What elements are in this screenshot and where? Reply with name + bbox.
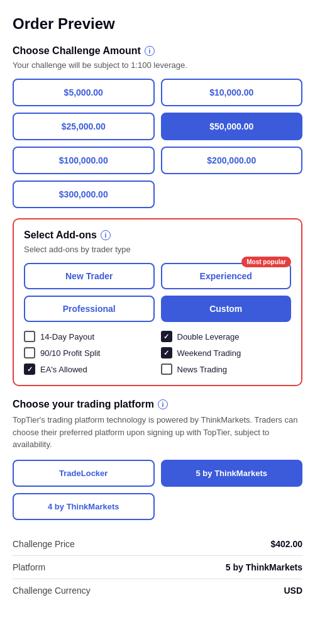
- checkbox-label-3: Weekend Trading: [177, 348, 241, 358]
- summary-label-2: Challenge Currency: [13, 586, 91, 596]
- amount-btn-5[interactable]: $200,000.00: [161, 147, 303, 174]
- checkbox-item-5: News Trading: [161, 364, 292, 375]
- platform-btn-2[interactable]: 4 by ThinkMarkets: [13, 493, 155, 520]
- checkbox-item-1: Double Leverage: [161, 331, 292, 342]
- challenge-amount-subtitle: Your challenge will be subject to 1:100 …: [13, 60, 302, 70]
- checkbox-item-0: 14-Day Payout: [24, 331, 155, 342]
- checkbox-4[interactable]: [24, 364, 35, 375]
- platform-section: Choose your trading platform i TopTier's…: [13, 399, 302, 520]
- amount-btn-3[interactable]: $50,000.00: [161, 113, 303, 140]
- platform-grid: TradeLocker5 by ThinkMarkets4 by ThinkMa…: [13, 460, 302, 520]
- summary-label-0: Challenge Price: [13, 539, 75, 549]
- checkbox-item-4: EA's Allowed: [24, 364, 155, 375]
- platform-btn-1[interactable]: 5 by ThinkMarkets: [161, 460, 303, 487]
- checkbox-2[interactable]: [24, 347, 35, 358]
- amount-btn-0[interactable]: $5,000.00: [13, 79, 155, 106]
- amount-btn-2[interactable]: $25,000.00: [13, 113, 155, 140]
- amount-btn-6[interactable]: $300,000.00: [13, 180, 155, 208]
- platform-btn-0[interactable]: TradeLocker: [13, 460, 155, 487]
- checkbox-3[interactable]: [161, 347, 172, 358]
- amount-btn-4[interactable]: $100,000.00: [13, 147, 155, 174]
- summary-value-0: $402.00: [270, 539, 302, 549]
- trader-type-grid: New TraderExperiencedMost popularProfess…: [24, 263, 291, 322]
- checkbox-label-0: 14-Day Payout: [40, 332, 94, 341]
- summary-row-2: Challenge CurrencyUSD: [13, 579, 302, 602]
- checkbox-item-3: Weekend Trading: [161, 347, 292, 358]
- trader-type-btn-2[interactable]: Professional: [24, 296, 155, 322]
- summary-value-2: USD: [284, 586, 302, 596]
- checkbox-label-1: Double Leverage: [177, 332, 240, 341]
- checkboxes-grid: 14-Day PayoutDouble Leverage90/10 Profit…: [24, 331, 291, 375]
- trader-type-btn-0[interactable]: New Trader: [24, 263, 155, 289]
- amount-btn-1[interactable]: $10,000.00: [161, 79, 303, 106]
- addons-subtitle: Select add-ons by trader type: [24, 245, 291, 254]
- checkbox-1[interactable]: [161, 331, 172, 342]
- summary-section: Challenge Price$402.00Platform5 by Think…: [13, 533, 302, 602]
- amount-grid: $5,000.00$10,000.00$25,000.00$50,000.00$…: [13, 79, 302, 208]
- challenge-amount-section: Choose Challenge Amount i Your challenge…: [13, 45, 302, 208]
- checkbox-label-2: 90/10 Profit Split: [40, 348, 100, 358]
- addons-section: Select Add-ons i Select add-ons by trade…: [13, 218, 302, 386]
- checkbox-5[interactable]: [161, 364, 172, 375]
- addons-title: Select Add-ons: [24, 230, 97, 241]
- challenge-amount-info-icon[interactable]: i: [145, 46, 155, 56]
- checkbox-label-4: EA's Allowed: [40, 365, 87, 374]
- checkbox-label-5: News Trading: [177, 365, 227, 374]
- page-title: Order Preview: [13, 15, 302, 33]
- summary-row-0: Challenge Price$402.00: [13, 533, 302, 556]
- platform-info-icon[interactable]: i: [158, 399, 168, 409]
- platform-title: Choose your trading platform: [13, 399, 154, 410]
- most-popular-badge: Most popular: [241, 257, 291, 267]
- summary-value-1: 5 by ThinkMarkets: [226, 562, 302, 572]
- checkbox-0[interactable]: [24, 331, 35, 342]
- addons-info-icon[interactable]: i: [101, 230, 111, 240]
- checkbox-item-2: 90/10 Profit Split: [24, 347, 155, 358]
- trader-type-btn-3[interactable]: Custom: [161, 296, 292, 322]
- challenge-amount-title: Choose Challenge Amount: [13, 45, 141, 57]
- summary-label-1: Platform: [13, 562, 45, 572]
- summary-row-1: Platform5 by ThinkMarkets: [13, 556, 302, 579]
- platform-description: TopTier's trading platform technology is…: [13, 414, 302, 451]
